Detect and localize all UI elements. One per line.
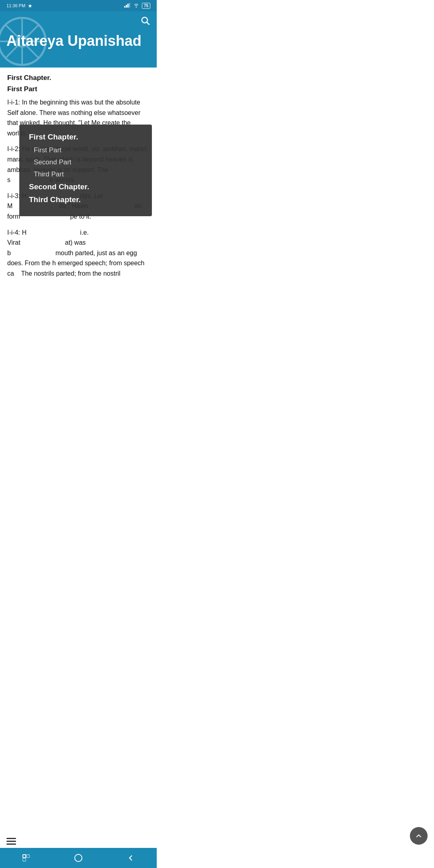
search-button[interactable] — [141, 16, 150, 28]
verse4: I-i-4: H i.e. Virat at) was b mouth part… — [7, 227, 149, 279]
svg-rect-0 — [124, 6, 125, 8]
toc-overlay: First Chapter. First Part Second Part Th… — [19, 125, 152, 216]
signal-icon — [124, 3, 131, 8]
app-header: Aitareya Upanishad — [0, 11, 157, 68]
toc-part1-item[interactable]: First Part — [29, 146, 142, 154]
toc-chapter1-title: First Chapter. — [29, 133, 142, 141]
app-title: Aitareya Upanishad — [6, 32, 150, 49]
wifi-icon — [133, 3, 139, 8]
part1-heading: First Part — [7, 85, 149, 93]
time-display: 11:36 PM — [6, 3, 25, 8]
svg-rect-1 — [126, 5, 127, 8]
toc-part3-item[interactable]: Third Part — [29, 170, 142, 178]
status-left: 11:36 PM ★ — [6, 3, 33, 9]
battery-display: 75 — [142, 3, 150, 9]
chapter1-heading: First Chapter. — [7, 74, 149, 82]
toc-chapter3-item[interactable]: Third Chapter. — [29, 195, 142, 204]
status-bar: 11:36 PM ★ 75 — [0, 0, 157, 11]
svg-rect-3 — [129, 3, 130, 8]
toc-chapter2-item[interactable]: Second Chapter. — [29, 182, 142, 191]
svg-line-16 — [147, 23, 149, 25]
svg-rect-2 — [127, 4, 129, 8]
toc-part2-item[interactable]: Second Part — [29, 158, 142, 166]
bluetooth-icon: ★ — [28, 3, 33, 9]
svg-point-4 — [136, 7, 137, 8]
status-right: 75 — [124, 3, 150, 9]
